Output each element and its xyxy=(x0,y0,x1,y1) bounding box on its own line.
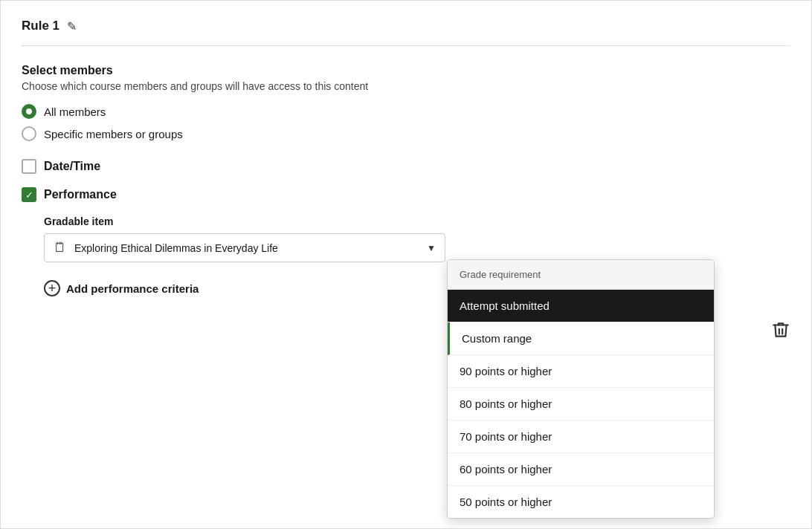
dropdown-item-custom-range[interactable]: Custom range xyxy=(448,322,714,355)
gradable-item-icon: 🗒 xyxy=(54,240,67,256)
add-icon: + xyxy=(44,280,60,296)
main-container: Rule 1 ✎ Select members Choose which cou… xyxy=(0,0,812,529)
rule-header: Rule 1 ✎ xyxy=(22,19,790,46)
dropdown-item-70-points[interactable]: 70 points or higher xyxy=(448,421,714,453)
select-members-section: Select members Choose which course membe… xyxy=(22,64,790,141)
performance-row[interactable]: ✓ Performance xyxy=(22,187,790,202)
rule-title: Rule 1 xyxy=(22,19,59,33)
datetime-checkbox[interactable] xyxy=(22,159,36,174)
radio-all-members-label: All members xyxy=(44,106,106,118)
gradable-item-label: Gradable item xyxy=(44,215,790,227)
grade-requirement-dropdown[interactable]: Grade requirement Attempt submitted Cust… xyxy=(447,259,715,519)
dropdown-item-80-points[interactable]: 80 points or higher xyxy=(448,388,714,421)
dropdown-item-50-points[interactable]: 50 points or higher xyxy=(448,486,714,518)
radio-all-members-indicator xyxy=(22,104,36,119)
radio-specific-members[interactable]: Specific members or groups xyxy=(22,126,790,141)
dropdown-header: Grade requirement xyxy=(448,260,714,290)
radio-all-members[interactable]: All members xyxy=(22,104,790,119)
dropdown-item-90-points-label: 90 points or higher xyxy=(460,365,552,377)
datetime-label: Date/Time xyxy=(44,160,100,173)
select-members-desc: Choose which course members and groups w… xyxy=(22,80,790,92)
dropdown-item-60-points[interactable]: 60 points or higher xyxy=(448,453,714,486)
performance-section: ✓ Performance Gradable item 🗒 Exploring … xyxy=(22,187,790,262)
add-criteria-label: Add performance criteria xyxy=(66,282,199,295)
gradable-item-value: Exploring Ethical Dilemmas in Everyday L… xyxy=(74,242,419,254)
datetime-row[interactable]: Date/Time xyxy=(22,159,790,174)
dropdown-item-50-points-label: 50 points or higher xyxy=(460,496,552,508)
select-members-title: Select members xyxy=(22,64,790,77)
delete-button[interactable] xyxy=(771,320,790,344)
performance-label: Performance xyxy=(44,188,117,201)
radio-group: All members Specific members or groups xyxy=(22,104,790,141)
radio-specific-members-label: Specific members or groups xyxy=(44,128,183,140)
dropdown-item-70-points-label: 70 points or higher xyxy=(460,430,552,443)
dropdown-item-90-points[interactable]: 90 points or higher xyxy=(448,355,714,388)
dropdown-item-60-points-label: 60 points or higher xyxy=(460,463,552,476)
dropdown-item-custom-range-label: Custom range xyxy=(462,332,532,345)
dropdown-item-attempt-submitted-label: Attempt submitted xyxy=(460,299,550,312)
gradable-item-select[interactable]: 🗒 Exploring Ethical Dilemmas in Everyday… xyxy=(44,233,445,262)
edit-icon[interactable]: ✎ xyxy=(67,19,77,33)
gradable-item-select-container: 🗒 Exploring Ethical Dilemmas in Everyday… xyxy=(44,233,790,262)
radio-specific-members-indicator xyxy=(22,126,36,141)
dropdown-item-80-points-label: 80 points or higher xyxy=(460,397,552,410)
dropdown-arrow-icon: ▼ xyxy=(427,243,436,253)
performance-checkbox[interactable]: ✓ xyxy=(22,187,36,202)
dropdown-item-attempt-submitted[interactable]: Attempt submitted xyxy=(448,290,714,322)
